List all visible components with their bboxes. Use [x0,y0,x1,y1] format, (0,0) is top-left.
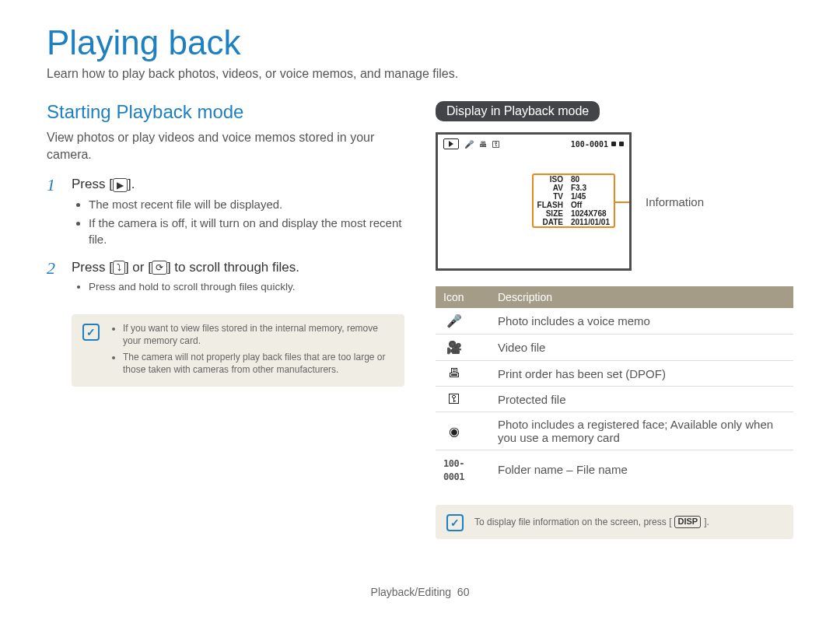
timer-button-icon: ⟳ [152,261,167,275]
table-row: 🖶 Print order has been set (DPOF) [436,361,793,387]
bullet: Press and hold to scroll through files q… [89,280,404,294]
step-1: 1 Press [▶]. The most recent file will b… [47,177,404,257]
table-row: 100-0001 Folder name – File name [436,450,793,489]
table-row: ⚿ Protected file [436,387,793,412]
bullet: The most recent file will be displayed. [89,197,404,212]
table-header-description: Description [490,286,793,308]
step-text: Press [ [72,177,113,191]
table-cell: Photo includes a registered face; Availa… [490,412,793,450]
step-2: 2 Press [⤵] or [⟳] to scroll through fil… [47,260,404,303]
subhead-desc: View photos or play videos and voice mem… [47,129,404,163]
note-bullet: The camera will not properly play back f… [123,351,394,376]
note-box: ✓ If you want to view files stored in th… [72,314,404,387]
information-callout-label: Information [646,195,704,208]
voice-memo-icon: 🎤 [464,140,474,149]
flash-button-icon: ⤵ [113,261,125,275]
table-row: 🎤 Photo includes a voice memo [436,308,793,335]
table-header-icon: Icon [436,286,490,308]
tip-box: ✓ To display file information on the scr… [436,505,793,539]
protected-icon: ⚿ [492,140,500,149]
play-icon [443,138,459,149]
battery-icon [611,142,616,146]
registered-face-icon: ◉ [443,424,465,439]
page-footer: Playback/Editing 60 [0,586,840,598]
info-icon: ✓ [82,324,100,341]
footer-section: Playback/Editing [371,586,452,598]
video-file-icon: 🎥 [443,340,465,355]
lcd-preview: 🎤 🖶 ⚿ 100-0001 ISO80 AVF3.3 [436,132,632,271]
display-pill: Display in Playback mode [436,101,600,121]
page-intro: Learn how to play back photos, videos, o… [47,67,793,81]
footer-page-number: 60 [457,586,470,598]
folder-file-name-icon: 100-0001 [443,458,464,482]
info-icon: ✓ [446,514,464,531]
lcd-info-box: ISO80 AVF3.3 TV1/45 FLASHOff SIZE1024X76… [532,173,615,228]
step-text: ]. [128,177,135,191]
table-cell: Video file [490,335,793,361]
disp-button-icon: DISP [674,516,701,528]
step-text: ] or [ [125,260,152,275]
print-order-icon: 🖶 [443,366,465,380]
step-number: 1 [47,177,61,257]
step-text: ] to scroll through files. [167,260,299,275]
page-title: Playing back [47,23,793,62]
icon-description-table: Icon Description 🎤 Photo includes a voic… [436,286,793,488]
playback-button-icon: ▶ [113,178,128,192]
table-cell: Photo includes a voice memo [490,308,793,335]
table-row: 🎥 Video file [436,335,793,361]
table-cell: Protected file [490,387,793,412]
card-icon [619,142,624,146]
folder-file-indicator: 100-0001 [571,140,608,149]
tip-text: To display file information on the scree… [474,516,671,529]
protected-file-icon: ⚿ [443,392,465,406]
step-number: 2 [47,260,61,303]
table-row: ◉ Photo includes a registered face; Avai… [436,412,793,450]
subhead-starting-playback: Starting Playback mode [47,101,404,123]
tip-text: ]. [704,516,709,529]
step-text: Press [ [72,260,113,275]
print-icon: 🖶 [479,140,487,149]
table-cell: Folder name – File name [490,450,793,489]
bullet: If the camera is off, it will turn on an… [89,215,404,247]
note-bullet: If you want to view files stored in the … [123,322,394,347]
voice-memo-icon: 🎤 [443,313,465,328]
table-cell: Print order has been set (DPOF) [490,361,793,387]
